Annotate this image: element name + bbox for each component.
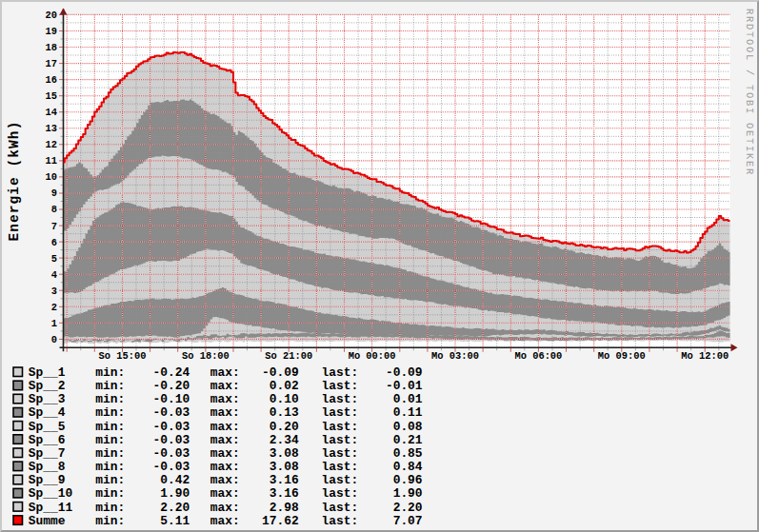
svg-text:5: 5	[51, 253, 57, 265]
svg-text:Mo 03:00: Mo 03:00	[431, 350, 479, 362]
svg-text:Sp__4: Sp__4	[29, 405, 66, 420]
svg-text:1: 1	[51, 318, 57, 329]
svg-text:max:: max:	[210, 433, 240, 447]
svg-text:min:: min:	[95, 379, 125, 393]
svg-text:last:: last:	[322, 420, 359, 434]
svg-text:3.16: 3.16	[270, 486, 299, 501]
svg-text:0.10: 0.10	[270, 392, 299, 406]
svg-text:min:: min:	[95, 460, 125, 474]
svg-text:17.62: 17.62	[262, 514, 299, 528]
svg-text:14: 14	[46, 107, 57, 118]
svg-text:last:: last:	[322, 433, 359, 447]
svg-text:0.96: 0.96	[393, 473, 423, 487]
svg-text:7: 7	[51, 221, 57, 232]
svg-text:10: 10	[46, 171, 57, 183]
svg-text:Mo 00:00: Mo 00:00	[349, 350, 396, 362]
svg-text:last:: last:	[322, 486, 359, 501]
svg-text:16: 16	[46, 74, 57, 86]
svg-text:last:: last:	[322, 392, 359, 406]
svg-text:3.08: 3.08	[270, 460, 299, 474]
svg-text:last:: last:	[322, 405, 359, 420]
svg-text:15: 15	[46, 90, 57, 102]
svg-text:last:: last:	[322, 365, 359, 380]
svg-text:-0.03: -0.03	[153, 433, 190, 447]
svg-text:0.01: 0.01	[393, 392, 423, 406]
svg-text:min:: min:	[95, 420, 125, 434]
svg-text:Sp__6: Sp__6	[29, 433, 66, 447]
svg-text:max:: max:	[210, 514, 240, 528]
svg-text:8: 8	[51, 204, 57, 215]
svg-text:0.08: 0.08	[393, 420, 423, 434]
svg-text:min:: min:	[95, 392, 125, 406]
svg-text:19: 19	[46, 26, 57, 37]
svg-text:3.16: 3.16	[270, 473, 299, 487]
svg-text:2: 2	[51, 302, 57, 313]
svg-text:-0.01: -0.01	[386, 379, 423, 393]
svg-text:min:: min:	[95, 473, 125, 487]
svg-text:max:: max:	[210, 392, 240, 406]
svg-text:2.34: 2.34	[270, 433, 299, 447]
svg-text:Energie (kWh): Energie (kWh)	[7, 121, 22, 242]
svg-text:-0.10: -0.10	[153, 392, 190, 406]
svg-text:0.13: 0.13	[270, 405, 299, 420]
svg-text:Sp__11: Sp__11	[29, 501, 73, 515]
svg-text:-0.09: -0.09	[262, 365, 299, 380]
svg-text:1.90: 1.90	[393, 486, 423, 501]
svg-text:Sp__9: Sp__9	[29, 473, 66, 487]
svg-text:Mo 09:00: Mo 09:00	[598, 350, 646, 362]
svg-text:3: 3	[51, 286, 57, 297]
svg-text:last:: last:	[322, 379, 359, 393]
svg-text:9: 9	[51, 187, 57, 199]
svg-text:max:: max:	[210, 405, 240, 420]
svg-text:RRDTOOL / TOBI OETIKER: RRDTOOL / TOBI OETIKER	[744, 9, 755, 176]
svg-text:min:: min:	[95, 514, 125, 528]
svg-text:max:: max:	[210, 379, 240, 393]
svg-text:min:: min:	[95, 433, 125, 447]
svg-text:Sp__2: Sp__2	[29, 379, 66, 393]
svg-text:0.84: 0.84	[393, 460, 423, 474]
svg-text:last:: last:	[322, 446, 359, 461]
svg-text:-0.03: -0.03	[153, 446, 190, 461]
svg-text:last:: last:	[322, 473, 359, 487]
svg-text:11: 11	[46, 155, 57, 167]
svg-text:max:: max:	[210, 460, 240, 474]
svg-text:-0.03: -0.03	[153, 420, 190, 434]
svg-text:Mo 12:00: Mo 12:00	[681, 350, 729, 362]
svg-text:0: 0	[51, 334, 57, 345]
svg-text:17: 17	[46, 58, 57, 69]
svg-text:Mo 06:00: Mo 06:00	[514, 350, 562, 362]
svg-text:12: 12	[46, 139, 57, 150]
svg-text:last:: last:	[322, 460, 359, 474]
svg-text:2.20: 2.20	[160, 501, 190, 515]
svg-text:2.98: 2.98	[270, 501, 299, 515]
svg-text:min:: min:	[95, 446, 125, 461]
svg-text:min:: min:	[95, 486, 125, 501]
svg-text:-0.24: -0.24	[153, 365, 190, 380]
svg-text:max:: max:	[210, 501, 240, 515]
svg-text:0.20: 0.20	[270, 420, 299, 434]
svg-text:2.20: 2.20	[393, 501, 423, 515]
svg-text:Sp__1: Sp__1	[29, 365, 66, 380]
svg-text:So 15:00: So 15:00	[99, 350, 147, 362]
svg-text:Sp__3: Sp__3	[29, 392, 66, 406]
svg-text:0.85: 0.85	[393, 446, 423, 461]
svg-text:0.42: 0.42	[160, 473, 190, 487]
svg-text:Sp__5: Sp__5	[29, 420, 66, 434]
svg-text:Sp__7: Sp__7	[29, 446, 66, 461]
svg-text:0.21: 0.21	[393, 433, 423, 447]
svg-text:13: 13	[46, 123, 57, 134]
svg-text:1.90: 1.90	[160, 486, 190, 501]
svg-text:6: 6	[51, 237, 57, 248]
svg-text:-0.20: -0.20	[153, 379, 190, 393]
svg-text:So 18:00: So 18:00	[182, 350, 230, 362]
svg-text:So 21:00: So 21:00	[265, 350, 312, 362]
svg-text:18: 18	[46, 42, 57, 53]
svg-text:last:: last:	[322, 501, 359, 515]
svg-text:min:: min:	[95, 501, 125, 515]
svg-text:-0.03: -0.03	[153, 405, 190, 420]
svg-text:max:: max:	[210, 473, 240, 487]
svg-text:Sp__10: Sp__10	[29, 486, 72, 501]
svg-text:4: 4	[51, 269, 57, 281]
svg-text:Summe: Summe	[29, 514, 66, 528]
svg-text:0.11: 0.11	[393, 405, 423, 420]
